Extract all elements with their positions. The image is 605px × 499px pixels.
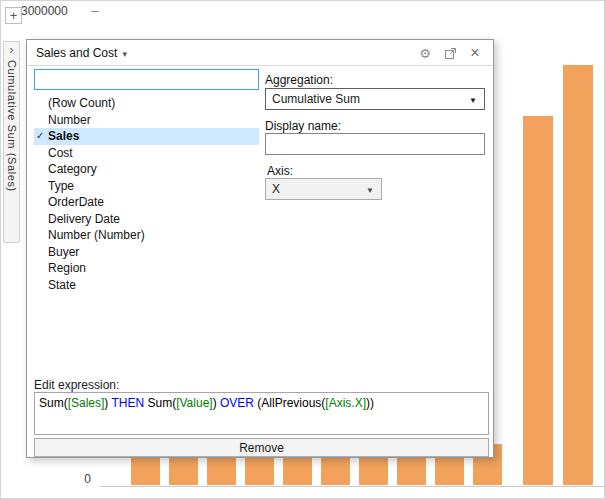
- expression-token: [Axis.X]: [325, 396, 366, 410]
- expression-token: [Value]: [176, 396, 212, 410]
- axis-label: Axis:: [267, 164, 293, 178]
- close-icon[interactable]: ×: [467, 45, 483, 61]
- remove-button[interactable]: Remove: [34, 438, 489, 457]
- column-search-input[interactable]: [34, 69, 259, 90]
- dropdown-arrow-icon: ▼: [366, 186, 374, 195]
- axis-dropdown[interactable]: X ▼: [265, 178, 382, 200]
- x-axis-line: [100, 486, 605, 487]
- y-axis-selector-label: Cumulative Sum (Sales): [6, 60, 18, 192]
- field-item-state[interactable]: State: [34, 277, 259, 294]
- field-item-cost[interactable]: Cost: [34, 145, 259, 162]
- field-item-delivery-date[interactable]: Delivery Date: [34, 211, 259, 228]
- popout-icon[interactable]: [442, 45, 458, 61]
- y-axis-tick: [91, 11, 99, 12]
- field-label: (Row Count): [48, 96, 115, 110]
- expression-token: Sum(: [39, 396, 68, 410]
- add-axis-button[interactable]: +: [5, 7, 22, 24]
- aggregation-value: Cumulative Sum: [272, 92, 360, 106]
- visualization-canvas: 3000000 0 + › Cumulative Sum (Sales) Sal…: [0, 0, 605, 499]
- bar[interactable]: [523, 116, 553, 485]
- dropdown-arrow-icon: ▼: [469, 96, 477, 105]
- field-item-orderdate[interactable]: OrderDate: [34, 194, 259, 211]
- field-label: Sales: [48, 129, 79, 143]
- display-name-input[interactable]: [265, 133, 485, 155]
- field-label: Delivery Date: [48, 212, 120, 226]
- axis-column-popover: Sales and Cost▾ ⚙ × (Row Count)Number✓Sa…: [26, 39, 494, 458]
- gear-icon[interactable]: ⚙: [417, 45, 433, 61]
- caret-down-icon: ▾: [122, 49, 127, 59]
- field-label: OrderDate: [48, 195, 104, 209]
- bar[interactable]: [563, 65, 593, 485]
- y-axis-max-label: 3000000: [21, 4, 68, 18]
- field-item-number-number[interactable]: Number (Number): [34, 227, 259, 244]
- field-label: Category: [48, 162, 97, 176]
- field-label: Number: [48, 113, 91, 127]
- field-item-category[interactable]: Category: [34, 161, 259, 178]
- y-axis-selector[interactable]: › Cumulative Sum (Sales): [3, 41, 20, 243]
- field-label: Number (Number): [48, 228, 145, 242]
- field-item-region[interactable]: Region: [34, 260, 259, 277]
- expression-token: )): [366, 396, 374, 410]
- expression-token: [Sales]: [68, 396, 105, 410]
- edit-expression-label: Edit expression:: [34, 378, 119, 392]
- expression-token: (AllPrevious(: [254, 396, 325, 410]
- expression-token: Sum(: [144, 396, 176, 410]
- header-icon-group: ⚙ ×: [417, 45, 483, 61]
- aggregation-dropdown[interactable]: Cumulative Sum ▼: [265, 88, 485, 110]
- expression-token: OVER: [220, 396, 254, 410]
- field-item-type[interactable]: Type: [34, 178, 259, 195]
- field-label: Type: [48, 179, 74, 193]
- axis-value: X: [272, 182, 280, 196]
- popover-title: Sales and Cost: [36, 46, 117, 60]
- expression-token: ): [213, 396, 220, 410]
- check-icon: ✓: [36, 128, 44, 145]
- field-label: Cost: [48, 146, 73, 160]
- aggregation-label: Aggregation:: [265, 73, 333, 87]
- field-item-sales[interactable]: ✓Sales: [34, 128, 259, 145]
- field-label: Region: [48, 261, 86, 275]
- field-item-buyer[interactable]: Buyer: [34, 244, 259, 261]
- expression-editor[interactable]: Sum([Sales]) THEN Sum([Value]) OVER (All…: [34, 392, 489, 435]
- field-label: Buyer: [48, 245, 79, 259]
- expression-token: THEN: [111, 396, 144, 410]
- chevron-right-icon: ›: [10, 43, 14, 57]
- field-label: State: [48, 278, 76, 292]
- field-item-number[interactable]: Number: [34, 112, 259, 129]
- column-title-dropdown[interactable]: Sales and Cost▾: [36, 46, 127, 60]
- display-name-label: Display name:: [265, 119, 341, 133]
- popover-header: Sales and Cost▾ ⚙ ×: [27, 40, 493, 66]
- field-item-row-count[interactable]: (Row Count): [34, 95, 259, 112]
- y-axis-min-label: 0: [63, 472, 91, 486]
- column-list: (Row Count)Number✓SalesCostCategoryTypeO…: [34, 95, 259, 293]
